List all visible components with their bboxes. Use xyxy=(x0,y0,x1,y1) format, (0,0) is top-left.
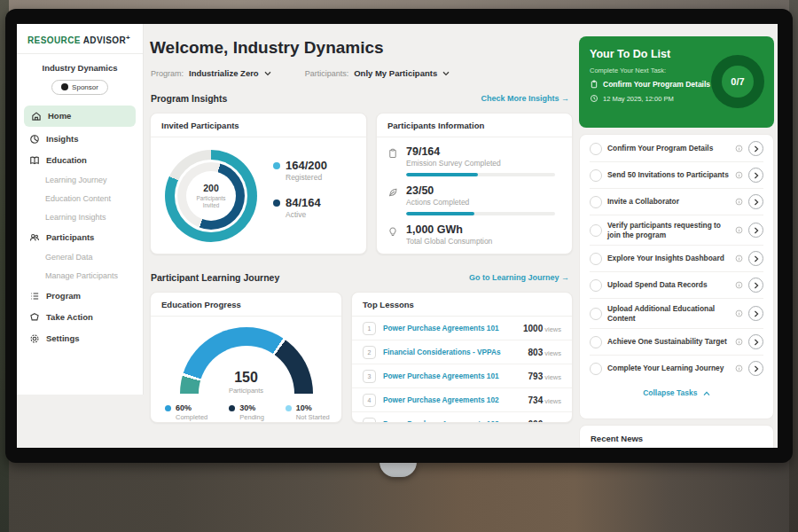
lesson-row: 1 Power Purchase Agreements 101 1000view… xyxy=(352,317,572,340)
brand-advisor: ADVISOR xyxy=(83,35,126,45)
lesson-link[interactable]: Financial Considerations - VPPAs xyxy=(383,348,521,356)
sidebar-item-manage-participants[interactable]: Manage Participants xyxy=(17,267,143,286)
chevron-right-icon[interactable] xyxy=(748,361,763,376)
sidebar-item-education[interactable]: Education xyxy=(17,150,143,171)
info-icon[interactable] xyxy=(735,226,743,234)
sidebar-item-education-content[interactable]: Education Content xyxy=(17,190,143,208)
chevron-right-icon[interactable] xyxy=(748,278,763,293)
views-suffix: views xyxy=(544,325,561,333)
sidebar-item-take-action[interactable]: Take Action xyxy=(17,307,143,328)
info-icon[interactable] xyxy=(735,145,743,153)
task-label: Explore Your Insights Dashboard xyxy=(607,254,730,263)
chevron-right-icon[interactable] xyxy=(748,334,763,349)
task-checkbox[interactable] xyxy=(590,279,602,292)
card-title: Participants Information xyxy=(377,113,572,137)
sidebar-item-label: Education xyxy=(46,155,87,165)
info-icon[interactable] xyxy=(735,338,743,346)
task-checkbox[interactable] xyxy=(590,308,602,320)
gauge-legend: 60% Completed 30% Pending xyxy=(151,395,341,421)
card-title: Top Lessons xyxy=(352,293,572,317)
education-gauge-chart: 150 Participants xyxy=(180,327,313,395)
go-to-learning-journey-link[interactable]: Go to Learning Journey → xyxy=(469,273,569,282)
info-icon[interactable] xyxy=(735,309,743,317)
program-icon xyxy=(29,291,40,301)
progress-fill xyxy=(406,212,474,215)
lesson-row: 2 Financial Considerations - VPPAs 803vi… xyxy=(352,340,572,364)
chevron-right-icon[interactable] xyxy=(748,306,763,321)
learning-cards-row: Education Progress 150 Participants xyxy=(150,292,573,423)
views-suffix: views xyxy=(544,421,561,424)
chevron-right-icon[interactable] xyxy=(748,194,763,209)
legend-value: 10% xyxy=(296,403,330,412)
info-value: 1,000 GWh xyxy=(406,223,492,236)
link-label: Check More Insights xyxy=(481,94,559,103)
participants-filter[interactable]: Participants: Only My Participants xyxy=(305,68,450,78)
task-checkbox[interactable] xyxy=(590,224,602,237)
check-more-insights-link[interactable]: Check More Insights → xyxy=(481,94,569,103)
task-checkbox[interactable] xyxy=(590,196,602,208)
lesson-link[interactable]: Power Purchase Agreements 103 xyxy=(383,419,521,423)
legend-item-pending: 30% Pending xyxy=(229,403,264,421)
brand-logo[interactable]: RESOURCE ADVISOR+ xyxy=(17,24,143,54)
sidebar-item-settings[interactable]: Settings xyxy=(17,328,143,349)
legend-label: Registered xyxy=(286,173,327,182)
lesson-link[interactable]: Power Purchase Agreements 102 xyxy=(383,395,521,404)
sponsor-label: Sponsor xyxy=(72,83,98,91)
arrow-right-icon: → xyxy=(561,273,569,282)
chevron-right-icon[interactable] xyxy=(748,251,763,266)
sidebar-item-learning-journey[interactable]: Learning Journey xyxy=(17,171,143,190)
collapse-tasks-link[interactable]: Collapse Tasks xyxy=(590,381,763,403)
legend-dot xyxy=(273,162,280,169)
gear-icon xyxy=(29,333,40,344)
sidebar-item-general-data[interactable]: General Data xyxy=(17,248,143,267)
program-insights-title: Program Insights xyxy=(151,93,227,104)
legend-value: 84/164 xyxy=(286,196,321,209)
program-filter[interactable]: Program: Industrialize Zero xyxy=(151,68,271,78)
task-checkbox[interactable] xyxy=(590,253,602,265)
info-icon[interactable] xyxy=(735,171,743,179)
task-label: Invite a Collaborator xyxy=(607,197,730,207)
info-icon[interactable] xyxy=(735,364,743,372)
task-label: Upload Additional Educational Content xyxy=(607,304,730,323)
info-icon[interactable] xyxy=(735,254,743,262)
chevron-up-icon xyxy=(703,391,710,396)
task-row: Complete Your Learning Journey xyxy=(590,356,763,381)
views-count: 803 xyxy=(528,348,544,357)
participants-icon xyxy=(29,232,40,243)
sidebar-item-insights[interactable]: Insights xyxy=(17,129,143,150)
sidebar-menu: Home Insights Education Learning Journey… xyxy=(17,106,143,349)
task-checkbox[interactable] xyxy=(590,143,602,155)
legend-value: 30% xyxy=(239,403,264,412)
chevron-down-icon xyxy=(264,71,271,76)
todo-progress-ring: 0/7 xyxy=(711,55,764,108)
chevron-right-icon[interactable] xyxy=(748,141,763,156)
todo-next-task: Confirm Your Program Details xyxy=(603,80,710,89)
task-row: Confirm Your Program Details xyxy=(590,136,763,162)
sidebar-item-home[interactable]: Home xyxy=(24,106,136,127)
sponsor-icon xyxy=(61,83,68,90)
rank-badge: 4 xyxy=(363,394,376,407)
donut-center-label: Participants Invited xyxy=(192,195,231,209)
page-title: Welcome, Industry Dynamics xyxy=(150,38,384,58)
sponsor-badge[interactable]: Sponsor xyxy=(51,80,108,95)
views-suffix: views xyxy=(544,373,561,381)
legend-label: Active xyxy=(286,210,321,219)
participants-filter-label: Participants: xyxy=(305,69,349,78)
brand-plus: + xyxy=(126,34,130,42)
chevron-right-icon[interactable] xyxy=(748,223,763,238)
sidebar-item-program[interactable]: Program xyxy=(17,286,143,307)
lesson-link[interactable]: Power Purchase Agreements 101 xyxy=(383,372,521,380)
sidebar-item-learning-insights[interactable]: Learning Insights xyxy=(17,208,143,227)
education-icon xyxy=(29,155,40,166)
task-checkbox[interactable] xyxy=(590,363,602,375)
info-icon[interactable] xyxy=(735,281,743,289)
chevron-right-icon[interactable] xyxy=(748,168,763,183)
education-progress-card: Education Progress 150 Participants xyxy=(150,292,342,423)
lesson-link[interactable]: Power Purchase Agreements 101 xyxy=(383,324,516,332)
info-icon[interactable] xyxy=(735,198,743,206)
task-label: Achieve One Sustainability Target xyxy=(607,337,730,347)
insights-icon xyxy=(29,134,40,145)
task-checkbox[interactable] xyxy=(590,336,602,348)
sidebar-item-participants[interactable]: Participants xyxy=(17,227,143,248)
task-checkbox[interactable] xyxy=(590,169,602,182)
